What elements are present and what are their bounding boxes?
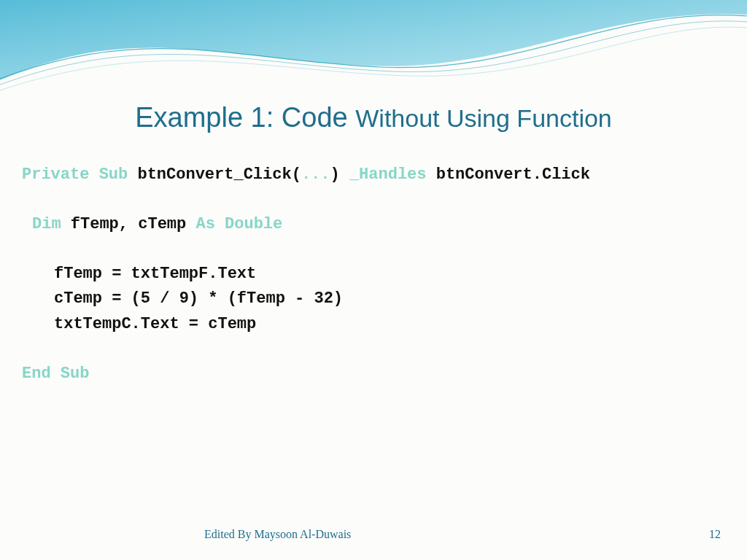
slide-title: Example 1: Code Without Using Function [0, 102, 747, 133]
sig-dots: ... [301, 166, 330, 184]
kw-end-sub: End Sub [22, 365, 89, 383]
kw-private: Private [22, 166, 89, 184]
kw-as: As [196, 215, 214, 233]
code-line-2: cTemp = (5 / 9) * (fTemp - 32) [22, 289, 343, 308]
footer-credit: Edited By Maysoon Al-Duwais [204, 528, 351, 541]
kw-sub: Sub [99, 166, 128, 184]
code-line-1: fTemp = txtTempF.Text [22, 265, 256, 283]
line-continuation: _ [349, 166, 359, 184]
title-part1: Example 1: Code [135, 102, 355, 133]
kw-dim: Dim [32, 215, 61, 233]
kw-handles: Handles [359, 166, 426, 184]
slide-footer: Edited By Maysoon Al-Duwais 12 [0, 528, 747, 545]
sig-name: btnConvert_Click( [128, 166, 301, 184]
kw-double: Double [215, 215, 282, 233]
sig-close: ) [330, 166, 349, 184]
slide-body: Example 1: Code Without Using Function P… [0, 0, 747, 560]
page-number: 12 [709, 528, 721, 541]
code-block: Private Sub btnConvert_Click(...) _Handl… [0, 163, 747, 386]
handles-target: btnConvert.Click [427, 166, 590, 184]
dim-vars: fTemp, cTemp [61, 215, 196, 233]
code-line-3: txtTempC.Text = cTemp [22, 315, 256, 333]
title-part2: Without Using Function [355, 104, 612, 132]
